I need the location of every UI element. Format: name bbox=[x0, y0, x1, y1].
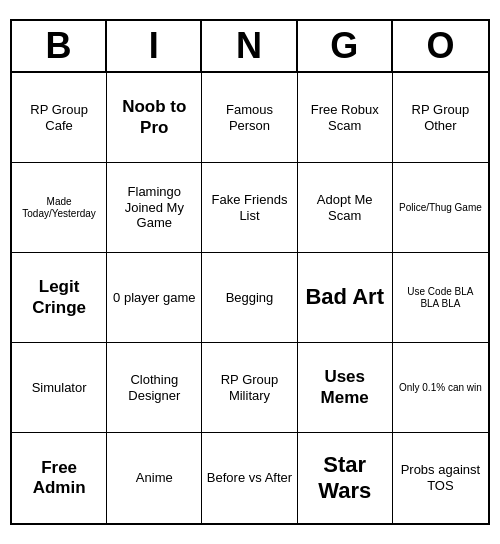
bingo-grid: RP Group CafeNoob to ProFamous PersonFre… bbox=[12, 73, 488, 523]
cell-text-9: Police/Thug Game bbox=[399, 202, 482, 214]
bingo-cell-4: RP Group Other bbox=[393, 73, 488, 163]
bingo-cell-19: Only 0.1% can win bbox=[393, 343, 488, 433]
cell-text-12: Begging bbox=[226, 290, 274, 306]
bingo-cell-15: Simulator bbox=[12, 343, 107, 433]
header-letter-i: I bbox=[107, 21, 202, 71]
cell-text-10: Legit Cringe bbox=[16, 277, 102, 318]
bingo-cell-5: Made Today/Yesterday bbox=[12, 163, 107, 253]
cell-text-1: Noob to Pro bbox=[111, 97, 197, 138]
bingo-cell-22: Before vs After bbox=[202, 433, 297, 523]
header-letter-b: B bbox=[12, 21, 107, 71]
cell-text-5: Made Today/Yesterday bbox=[16, 196, 102, 220]
bingo-cell-24: Probs against TOS bbox=[393, 433, 488, 523]
cell-text-21: Anime bbox=[136, 470, 173, 486]
bingo-cell-2: Famous Person bbox=[202, 73, 297, 163]
bingo-cell-7: Fake Friends List bbox=[202, 163, 297, 253]
cell-text-16: Clothing Designer bbox=[111, 372, 197, 403]
header-letter-g: G bbox=[298, 21, 393, 71]
header-letter-o: O bbox=[393, 21, 488, 71]
bingo-cell-21: Anime bbox=[107, 433, 202, 523]
cell-text-19: Only 0.1% can win bbox=[399, 382, 482, 394]
bingo-header: BINGO bbox=[12, 21, 488, 73]
bingo-cell-14: Use Code BLA BLA BLA bbox=[393, 253, 488, 343]
bingo-cell-0: RP Group Cafe bbox=[12, 73, 107, 163]
cell-text-3: Free Robux Scam bbox=[302, 102, 388, 133]
cell-text-15: Simulator bbox=[32, 380, 87, 396]
cell-text-2: Famous Person bbox=[206, 102, 292, 133]
bingo-cell-16: Clothing Designer bbox=[107, 343, 202, 433]
header-letter-n: N bbox=[202, 21, 297, 71]
cell-text-18: Uses Meme bbox=[302, 367, 388, 408]
cell-text-0: RP Group Cafe bbox=[16, 102, 102, 133]
cell-text-17: RP Group Military bbox=[206, 372, 292, 403]
bingo-cell-6: Flamingo Joined My Game bbox=[107, 163, 202, 253]
bingo-cell-8: Adopt Me Scam bbox=[298, 163, 393, 253]
cell-text-23: Star Wars bbox=[302, 452, 388, 505]
bingo-cell-18: Uses Meme bbox=[298, 343, 393, 433]
bingo-cell-17: RP Group Military bbox=[202, 343, 297, 433]
cell-text-7: Fake Friends List bbox=[206, 192, 292, 223]
bingo-cell-13: Bad Art bbox=[298, 253, 393, 343]
bingo-cell-1: Noob to Pro bbox=[107, 73, 202, 163]
bingo-cell-9: Police/Thug Game bbox=[393, 163, 488, 253]
bingo-cell-12: Begging bbox=[202, 253, 297, 343]
bingo-cell-20: Free Admin bbox=[12, 433, 107, 523]
cell-text-22: Before vs After bbox=[207, 470, 292, 486]
cell-text-24: Probs against TOS bbox=[397, 462, 484, 493]
cell-text-13: Bad Art bbox=[305, 284, 384, 310]
cell-text-11: 0 player game bbox=[113, 290, 195, 306]
bingo-cell-10: Legit Cringe bbox=[12, 253, 107, 343]
bingo-cell-11: 0 player game bbox=[107, 253, 202, 343]
bingo-card: BINGO RP Group CafeNoob to ProFamous Per… bbox=[10, 19, 490, 525]
cell-text-14: Use Code BLA BLA BLA bbox=[397, 286, 484, 310]
bingo-cell-23: Star Wars bbox=[298, 433, 393, 523]
bingo-cell-3: Free Robux Scam bbox=[298, 73, 393, 163]
cell-text-8: Adopt Me Scam bbox=[302, 192, 388, 223]
cell-text-6: Flamingo Joined My Game bbox=[111, 184, 197, 231]
cell-text-4: RP Group Other bbox=[397, 102, 484, 133]
cell-text-20: Free Admin bbox=[16, 458, 102, 499]
